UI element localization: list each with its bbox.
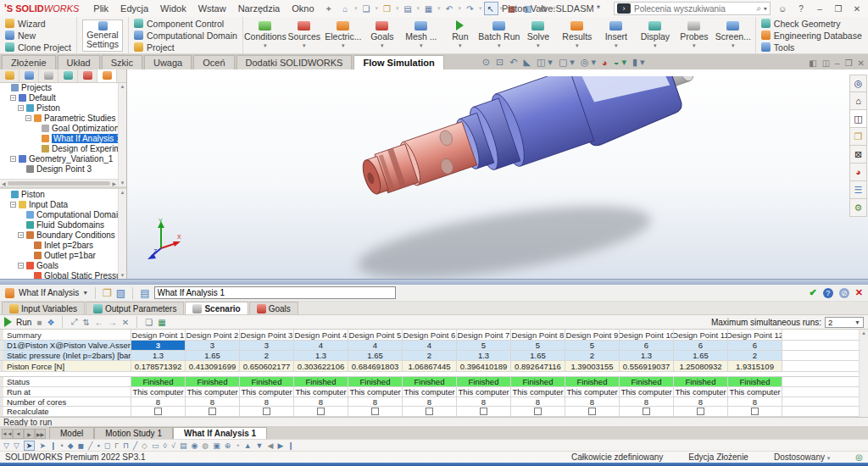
ribbon-item-check-geometry[interactable]: Check Geometry: [760, 18, 864, 29]
close-panel-icon[interactable]: ✕: [855, 287, 863, 298]
tool-icon[interactable]: ▶: [277, 441, 283, 450]
display-style-icon[interactable]: ▢ ▾: [559, 57, 575, 68]
whatif-tab-input-variables[interactable]: Input Variables: [2, 302, 85, 314]
tree-item-design-point-3[interactable]: Design Point 3: [0, 164, 126, 175]
export-excel-icon[interactable]: ▦: [158, 318, 165, 327]
recalculate-cell[interactable]: [728, 407, 782, 416]
section-view-icon[interactable]: ◣: [523, 57, 530, 68]
appearances-scenes-icon[interactable]: ◕: [849, 164, 867, 181]
tool-icon[interactable]: ▭: [152, 441, 159, 450]
recalculate-checkbox[interactable]: [480, 408, 487, 415]
graphics-viewport[interactable]: Y X Z ◎ ⌂ ◫ ❐ ⊠ ◕ ☰ ⚙: [127, 69, 868, 279]
d1-value-cell[interactable]: 6: [620, 341, 674, 350]
whatif-help-icon[interactable]: ?: [823, 288, 833, 298]
force-value-cell[interactable]: 0.684691803: [348, 361, 403, 371]
tab-układ[interactable]: Układ: [58, 55, 100, 69]
tree-item-input-data[interactable]: −Input Data: [0, 199, 126, 209]
tab-configurations[interactable]: [39, 69, 58, 82]
tree1-horizontal-scrollbar[interactable]: ◀▶: [0, 179, 118, 186]
tree-item-outlet-p-1bar[interactable]: Outlet p=1bar: [0, 250, 126, 260]
ribbon-button-goals[interactable]: Goals▾: [364, 21, 401, 50]
cores-cell[interactable]: 8: [294, 397, 348, 406]
expander-icon[interactable]: −: [18, 105, 24, 111]
select-tool-icon[interactable]: ↖: [484, 2, 498, 15]
tree-item-global-static-pressure[interactable]: Global Static Pressure: [0, 270, 126, 279]
d1-value-cell[interactable]: 6: [728, 341, 782, 350]
column-header[interactable]: Design Point 12: [728, 330, 782, 340]
recalculate-cell[interactable]: [131, 407, 186, 416]
interference-icon[interactable]: ▩: [504, 2, 519, 15]
print-icon[interactable]: ▦: [421, 2, 436, 15]
expander-icon[interactable]: −: [18, 232, 24, 238]
bottom-tab-model[interactable]: Model: [49, 427, 94, 439]
column-header[interactable]: Design Point 7: [457, 330, 511, 340]
tree-item-boundary-conditions[interactable]: −Boundary Conditions: [0, 230, 126, 240]
minimize-button[interactable]: –: [813, 4, 826, 14]
cores-cell[interactable]: 8: [457, 397, 511, 406]
save-icon[interactable]: ▤: [400, 2, 415, 15]
recalculate-cell[interactable]: [403, 407, 457, 416]
whatif-tab-scenario[interactable]: Scenario: [185, 302, 248, 314]
first-tab-icon[interactable]: ◄◄: [2, 429, 13, 439]
tool-icon[interactable]: ◇: [142, 441, 147, 450]
d1-value-cell[interactable]: 4: [348, 341, 403, 350]
tool-icon[interactable]: ➤: [24, 441, 36, 451]
tree-item-inlet-p-2bars[interactable]: Inlet p=2bars: [0, 240, 126, 250]
recalculate-checkbox[interactable]: [209, 408, 216, 415]
menu-narzędzia[interactable]: Narzędzia: [232, 3, 287, 14]
ribbon-button-mesh-[interactable]: Mesh ...▾: [403, 21, 440, 50]
tab-featuremanager[interactable]: [0, 69, 19, 82]
force-value-cell[interactable]: 0.413091699: [186, 361, 240, 371]
tool-icon[interactable]: ◔: [235, 441, 239, 450]
column-header[interactable]: Design Point 11: [674, 330, 728, 340]
recalculate-cell[interactable]: [240, 407, 294, 416]
cores-cell[interactable]: 8: [728, 397, 782, 406]
force-value-cell[interactable]: 0.892647116: [511, 361, 565, 371]
ribbon-button-results[interactable]: Results▾: [559, 21, 596, 50]
tool-icon[interactable]: ◆: [68, 441, 74, 450]
ribbon-button-conditions[interactable]: Conditions▾: [247, 21, 284, 50]
column-header[interactable]: Design Point 9: [565, 330, 620, 340]
search-icon[interactable]: ⌕ ▾: [756, 3, 767, 14]
ribbon-item-tools[interactable]: Tools: [760, 42, 864, 53]
restore-button[interactable]: ❐: [832, 4, 845, 14]
tree-item-goals[interactable]: −Goals: [0, 260, 126, 270]
expander-icon[interactable]: −: [10, 95, 16, 101]
pressure-value-cell[interactable]: 1.65: [674, 351, 728, 360]
ribbon-button-run[interactable]: Run▾: [442, 20, 479, 50]
recalculate-checkbox[interactable]: [534, 408, 542, 415]
recalculate-checkbox[interactable]: [588, 408, 596, 415]
tool-icon[interactable]: ◼: [78, 441, 84, 450]
apply-check-icon[interactable]: ✔: [810, 287, 817, 298]
tool-icon[interactable]: ◀: [267, 441, 273, 450]
tree-item-geometry-variation-1[interactable]: −Geometry_Variation_1: [0, 154, 126, 164]
force-value-cell[interactable]: 0.556919037: [620, 361, 674, 371]
zoom-fit-icon[interactable]: ⊙: [482, 57, 490, 68]
d1-value-cell[interactable]: 3: [131, 341, 186, 350]
ribbon-item-engineering-database[interactable]: Engineering Database: [760, 30, 864, 41]
recalculate-checkbox[interactable]: [371, 408, 379, 415]
ribbon-button-screen-[interactable]: Screen...▾: [715, 21, 752, 50]
general-settings-button[interactable]: General Settings: [82, 19, 123, 52]
ribbon-button-sources[interactable]: Sources▾: [286, 21, 323, 50]
delete-point-icon[interactable]: ✕: [122, 318, 129, 327]
view-settings-icon[interactable]: ▮ ▾: [632, 57, 645, 68]
menu-edycja[interactable]: Edycja: [114, 3, 154, 14]
stop-icon[interactable]: ■: [36, 318, 42, 327]
cores-cell[interactable]: 8: [240, 397, 294, 406]
recalculate-checkbox[interactable]: [643, 408, 650, 415]
pressure-value-cell[interactable]: 2: [240, 351, 294, 360]
ribbon-button-probes[interactable]: Probes▾: [676, 21, 713, 50]
ribbon-item-clone-project[interactable]: Clone Project: [3, 42, 73, 53]
ribbon-button-batch-run[interactable]: Batch Run▾: [481, 21, 518, 50]
previous-view-icon[interactable]: ↶: [509, 57, 517, 68]
menu-plik[interactable]: Plik: [87, 3, 114, 14]
ribbon-button-insert[interactable]: Insert▾: [598, 21, 635, 50]
home-icon[interactable]: ⌂: [338, 2, 353, 15]
force-value-cell[interactable]: 0.303622106: [294, 361, 348, 371]
tab-dimxpert[interactable]: [58, 69, 78, 82]
force-value-cell[interactable]: 0.650602177: [240, 361, 294, 371]
tab-oceń[interactable]: Oceń: [193, 55, 234, 69]
tool-icon[interactable]: Π: [123, 441, 129, 450]
recalculate-checkbox[interactable]: [154, 408, 162, 415]
